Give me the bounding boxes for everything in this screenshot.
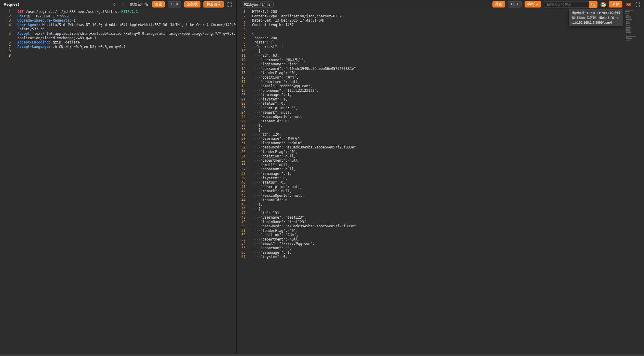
code-line: 3Upgrade-Insecure-Requests:·1 <box>0 18 236 23</box>
open-in-browser-icon[interactable] <box>600 2 606 7</box>
line-number: 18 <box>237 84 245 88</box>
horizontal-scrollbar[interactable] <box>0 354 644 356</box>
code-line: 44····"tenantId":·0 <box>237 198 644 202</box>
line-number: 5 <box>0 31 11 36</box>
response-hex-button[interactable]: HEX <box>508 1 522 7</box>
response-panel: 921bytes / 14ms 美化 HEX 编码 详 情 <box>237 0 644 354</box>
line-number: 47 <box>237 211 245 215</box>
line-number: 3 <box>237 18 245 23</box>
encode-label: 编码 <box>527 1 534 7</box>
beautify-button[interactable]: 美化 <box>152 1 165 7</box>
search-button[interactable] <box>589 1 597 8</box>
code-line: 31····"loginName":·"admin", <box>237 141 644 145</box>
request-fullscreen-button[interactable] <box>227 2 232 7</box>
hex-button[interactable]: HEX <box>168 1 181 7</box>
fullscreen-icon <box>636 2 640 7</box>
line-number: 56 <box>237 250 245 255</box>
line-number: 34 <box>237 154 245 159</box>
history-prev-button[interactable] <box>112 2 117 7</box>
line-number: 46 <box>237 207 245 211</box>
code-line: 37····"phonenum":·null, <box>237 167 644 172</box>
request-editor[interactable]: 1GET·/user/login/../../jshERP-boot/user/… <box>0 9 236 354</box>
code-line: 5 <box>237 27 644 31</box>
line-number: 30 <box>237 136 245 141</box>
search-icon <box>591 2 595 6</box>
line-number: 53 <box>237 237 245 242</box>
code-line: 7Accept-Language:·zh-CN,zh;q=0.9,en-US;q… <box>0 45 236 49</box>
code-line: 54····"email":·"7777777@qq.com", <box>237 241 644 246</box>
fuzz-hint-badge[interactable]: ? <box>27 15 30 18</box>
line-number: 24 <box>237 110 245 115</box>
tooltip-line: tp://192.168.1.7:9999/user/l... <box>571 20 620 25</box>
tooltip-line: 间: 14ms; 总耗时: 15ms; URL:ht <box>571 15 620 20</box>
code-line: 23····"description":·"", <box>237 106 644 110</box>
code-line: 41····"description":·null, <box>237 185 644 189</box>
line-number: 36 <box>237 163 245 167</box>
history-next-button[interactable] <box>120 2 126 7</box>
code-line: 50····"password":·"e10adc3949ba59abbe56e… <box>237 224 644 229</box>
code-line: 38····"ismanager":·1, <box>237 172 644 176</box>
line-number: 45 <box>237 202 245 207</box>
line-number: 11 <box>237 53 245 58</box>
code-line: 6Accept-Encoding:·gzip,·deflate <box>0 40 236 45</box>
code-line: application/signed-exchange;v=b3;q=0.7 <box>0 36 236 40</box>
code-line: 16····"position":·"主管", <box>237 75 644 80</box>
code-line: 24····"remark":·null, <box>237 110 644 115</box>
line-number: 29 <box>237 132 245 137</box>
line-number: 2 <box>0 14 11 19</box>
code-line: 46···{ <box>237 207 644 211</box>
code-line: 52····"position":·"总监", <box>237 233 644 237</box>
code-line: 4User-Agent:·Mozilla/5.0·(Windows·NT·10.… <box>0 23 236 27</box>
tooltip-line: 远程地址: 127.0.0.1:7890; 响应时 <box>571 10 620 15</box>
code-line: 39····"isystem":·0, <box>237 176 644 181</box>
code-line: 40····"status":·0, <box>237 180 644 185</box>
hot-reload-button[interactable]: 热加载 <box>184 1 200 7</box>
code-line: 9 <box>0 53 236 58</box>
code-line: 56····"ismanager":·1, <box>237 250 644 255</box>
line-number: 32 <box>237 145 245 150</box>
code-line: 7·"code":·200, <box>237 36 644 40</box>
response-editor[interactable]: 1HTTP/1.1·2002Content-Type:·application/… <box>237 9 644 354</box>
chevron-down-icon <box>536 4 538 5</box>
line-number: 5 <box>237 27 245 31</box>
request-code: 1GET·/user/login/../../jshERP-boot/user/… <box>0 10 236 58</box>
encode-dropdown-button[interactable]: 编码 <box>525 1 541 7</box>
line-number: 55 <box>237 246 245 250</box>
code-line: 25····"weixinOpenId":·null, <box>237 115 644 119</box>
code-line: 48····"username":·"test123", <box>237 215 644 220</box>
line-number: 38 <box>237 172 245 176</box>
line-number: 44 <box>237 198 245 202</box>
line-number: 7 <box>0 45 11 49</box>
response-fullscreen-button[interactable] <box>635 2 640 7</box>
detail-button[interactable]: 详 情 <box>609 1 622 7</box>
code-line: 14····"password":·"e10adc3949ba59abbe56e… <box>237 67 644 71</box>
plugin-box-icon <box>626 2 631 7</box>
line-number: 7 <box>237 36 245 40</box>
line-number: 17 <box>237 80 245 84</box>
build-request-button[interactable]: 构造请求 <box>203 1 224 7</box>
locate-response-input[interactable] <box>544 1 589 8</box>
line-number: 6 <box>237 31 245 36</box>
line-number: 50 <box>237 224 245 229</box>
line-number: 22 <box>237 101 245 106</box>
code-line: 51····"leaderFlag":·"0", <box>237 229 644 233</box>
response-code: 1HTTP/1.1·2002Content-Type:·application/… <box>237 10 644 259</box>
code-line: 49····"loginName":·"test123", <box>237 220 644 224</box>
line-number: 9 <box>0 53 11 58</box>
response-beautify-button[interactable]: 美化 <box>492 1 505 7</box>
line-number: 27 <box>237 123 245 128</box>
request-panel-title: Request <box>4 2 19 7</box>
code-line: 34····"position":·null, <box>237 154 644 159</box>
line-number: 16 <box>237 75 245 80</box>
line-number: 51 <box>237 229 245 233</box>
line-number: 1 <box>0 10 11 14</box>
plugin-icon[interactable] <box>625 2 632 7</box>
line-number: 40 <box>237 180 245 185</box>
line-number: 25 <box>237 115 245 119</box>
http-packet-viewer: Request 数据包扫描 美化 HEX 热加载 构造请求 1GET·/user… <box>0 0 644 354</box>
line-number: 8 <box>237 40 245 45</box>
minimap[interactable] <box>624 9 644 354</box>
line-number <box>0 36 11 40</box>
packet-scan-button[interactable]: 数据包扫描 <box>129 1 149 7</box>
line-number: 26 <box>237 119 245 124</box>
